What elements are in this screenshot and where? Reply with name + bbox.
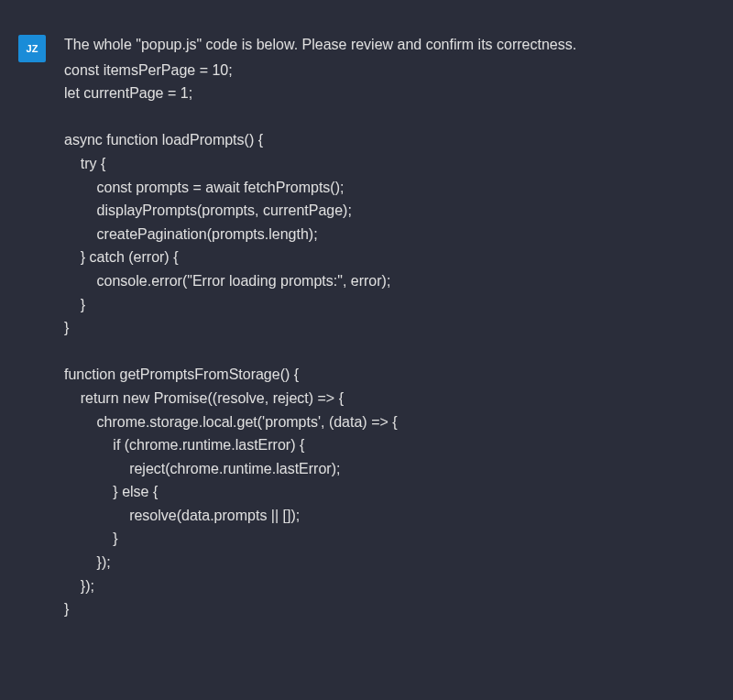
code-block: const itemsPerPage = 10; let currentPage… [64,59,715,621]
avatar-initials: JZ [27,43,38,54]
user-avatar: JZ [18,35,46,62]
message-intro: The whole "popup.js" code is below. Plea… [64,33,715,57]
message-content: The whole "popup.js" code is below. Plea… [64,33,715,621]
chat-message-container: JZ The whole "popup.js" code is below. P… [0,0,733,640]
